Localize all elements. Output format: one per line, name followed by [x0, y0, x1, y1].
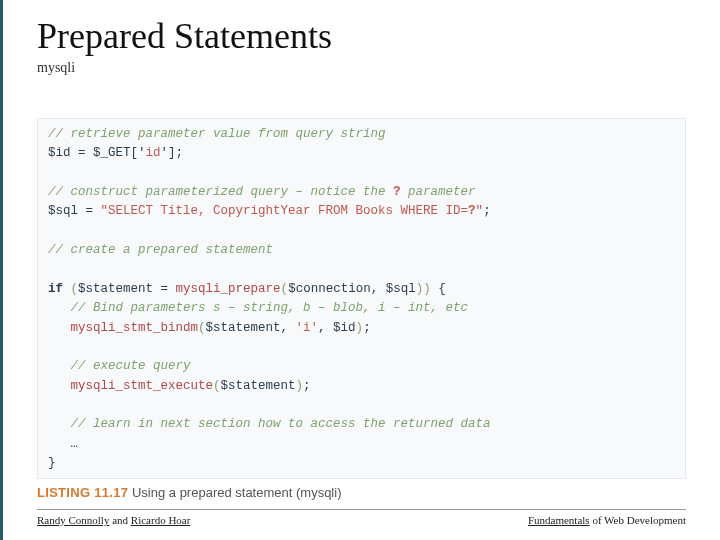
listing-label: LISTING 11.17: [37, 485, 128, 500]
listing-text: Using a prepared statement (mysqli): [128, 485, 341, 500]
code-token: $statement,: [206, 321, 296, 335]
code-token: [48, 321, 71, 335]
code-comment: parameter: [401, 185, 476, 199]
code-comment: // learn in next section how to access t…: [48, 417, 491, 431]
code-token: (: [213, 379, 221, 393]
page-subtitle: mysqli: [37, 60, 686, 76]
code-token: $statement: [78, 282, 153, 296]
code-token: '];: [161, 146, 184, 160]
footer-text: and: [109, 514, 130, 526]
code-token: ;: [363, 321, 371, 335]
slide: Prepared Statements mysqli // retrieve p…: [0, 0, 720, 540]
code-token: ": [476, 204, 484, 218]
code-token: ): [356, 321, 364, 335]
page-title: Prepared Statements: [37, 18, 686, 56]
code-token: ?: [393, 185, 401, 199]
code-token: $_GET[': [93, 146, 146, 160]
code-token: if: [48, 282, 63, 296]
code-comment: // construct parameterized query – notic…: [48, 185, 393, 199]
code-token: mysqli_prepare: [176, 282, 281, 296]
code-token: "SELECT Title, CopyrightYear FROM Books …: [101, 204, 469, 218]
code-token: [63, 282, 71, 296]
footer-right: Fundamentals of Web Development: [528, 514, 686, 526]
code-token: }: [48, 456, 56, 470]
code-token: $id: [48, 146, 71, 160]
code-token: , $id: [318, 321, 356, 335]
code-comment: // Bind parameters s – string, b – blob,…: [48, 301, 468, 315]
code-token: ;: [483, 204, 491, 218]
code-token: (: [71, 282, 79, 296]
code-token: $connection, $sql: [288, 282, 416, 296]
code-token: {: [431, 282, 446, 296]
code-token: ): [296, 379, 304, 393]
code-comment: // create a prepared statement: [48, 243, 273, 257]
footer: Randy Connolly and Ricardo Hoar Fundamen…: [37, 509, 686, 526]
code-token: (: [281, 282, 289, 296]
code-token: mysqli_stmt_bindm: [71, 321, 199, 335]
code-listing: // retrieve parameter value from query s…: [37, 118, 686, 479]
code-token: =: [153, 282, 176, 296]
author-name: Randy Connolly: [37, 514, 109, 526]
code-token: mysqli_stmt_execute: [71, 379, 214, 393]
code-token: 'i': [296, 321, 319, 335]
book-title-part: Fundamentals: [528, 514, 590, 526]
code-token: (: [198, 321, 206, 335]
code-token: =: [71, 146, 94, 160]
code-token: [48, 379, 71, 393]
code-token: ): [423, 282, 431, 296]
code-token: $statement: [221, 379, 296, 393]
code-token: …: [48, 437, 78, 451]
book-title-part: of Web Development: [590, 514, 686, 526]
code-token: $sql: [48, 204, 78, 218]
code-token: =: [78, 204, 101, 218]
code-comment: // retrieve parameter value from query s…: [48, 127, 386, 141]
code-token: ?: [468, 204, 476, 218]
code-token: id: [146, 146, 161, 160]
code-token: ;: [303, 379, 311, 393]
listing-caption: LISTING 11.17 Using a prepared statement…: [37, 485, 686, 500]
author-name: Ricardo Hoar: [131, 514, 191, 526]
code-comment: // execute query: [48, 359, 191, 373]
footer-left: Randy Connolly and Ricardo Hoar: [37, 514, 190, 526]
